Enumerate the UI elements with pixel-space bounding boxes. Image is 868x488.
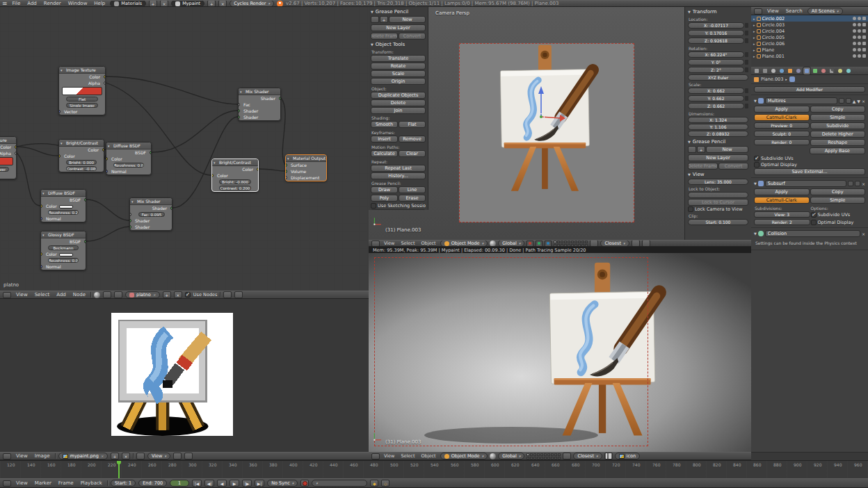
- clear-paths-button[interactable]: Clear: [399, 150, 426, 157]
- layers-grid[interactable]: [554, 241, 588, 247]
- rotation-mode-selector[interactable]: XYZ Euler: [688, 74, 748, 81]
- menu-view[interactable]: View: [14, 453, 30, 459]
- socket-bsdf-icon[interactable]: [84, 240, 86, 243]
- dim-y-field[interactable]: Y: 1.106: [688, 124, 748, 130]
- history-button[interactable]: History...: [371, 172, 426, 179]
- move-up-icon[interactable]: ▲: [853, 99, 856, 104]
- renderability-icon[interactable]: [862, 17, 866, 20]
- pencil-icon[interactable]: [371, 16, 379, 23]
- mode-selector[interactable]: Object Mode▾: [440, 240, 488, 247]
- socket-color-icon[interactable]: [104, 75, 105, 79]
- menu-view[interactable]: View: [14, 480, 30, 486]
- sync-mode-selector[interactable]: No Sync▾: [267, 480, 298, 487]
- apply-button[interactable]: Apply: [754, 188, 810, 195]
- calculate-paths-button[interactable]: Calculate: [371, 150, 398, 157]
- expand-icon[interactable]: ▸: [753, 17, 755, 21]
- play-button[interactable]: ▶: [230, 480, 239, 487]
- lock-to-object-field[interactable]: [688, 192, 748, 198]
- jump-to-start-button[interactable]: |◀: [192, 480, 202, 487]
- menu-select[interactable]: Select: [399, 241, 417, 246]
- optimal-display-checkbox[interactable]: [811, 220, 817, 225]
- insert-keyframe-button[interactable]: Insert: [371, 136, 398, 143]
- use-nodes-checkbox[interactable]: [185, 292, 191, 298]
- expand-icon[interactable]: ▸: [753, 35, 755, 40]
- menu-file[interactable]: File: [10, 1, 23, 6]
- viewport-shading-icon[interactable]: [490, 241, 496, 247]
- outliner-row[interactable]: ▸Circle.005: [751, 34, 868, 40]
- image-thumbnail[interactable]: [62, 87, 102, 95]
- sketching-session-checkbox[interactable]: [371, 203, 376, 209]
- renderability-icon[interactable]: [862, 54, 866, 58]
- contrast-field[interactable]: Contrast: 0.200: [219, 186, 251, 190]
- add-modifier-dropdown[interactable]: Add Modifier: [754, 86, 865, 92]
- node-glossy-bsdf[interactable]: Glossy BSDF BSDF Beckmann Color Roughnes…: [40, 231, 86, 270]
- snap-magnet-icon[interactable]: [590, 240, 598, 247]
- play-reverse-button[interactable]: ◀: [217, 480, 227, 487]
- menu-object[interactable]: Object: [419, 241, 438, 246]
- world-nodes-icon[interactable]: [103, 291, 111, 298]
- optimal-display-checkbox[interactable]: [754, 162, 760, 168]
- unlink-material-button[interactable]: ×: [174, 291, 182, 298]
- menu-node[interactable]: Node: [71, 292, 88, 298]
- outliner-row[interactable]: ▸Circle.003: [751, 22, 868, 28]
- location-y-field[interactable]: Y: 0.17016: [688, 30, 744, 36]
- pivot-selector[interactable]: Global▾: [498, 453, 524, 459]
- socket-shader-icon[interactable]: [239, 109, 240, 113]
- tab-object[interactable]: [787, 67, 794, 74]
- viewport-n-panel[interactable]: ▼Transform Location: X: -0.07117 Y: 0.17…: [684, 7, 751, 240]
- gp-new-button[interactable]: New: [706, 146, 748, 153]
- node-image-texture[interactable]: Image Texture Color Alpha Flat Single Im…: [58, 66, 106, 115]
- socket-color-icon[interactable]: [41, 252, 42, 256]
- render-engine-selector[interactable]: Cycles Render▾: [230, 0, 274, 7]
- renderability-icon[interactable]: [862, 35, 866, 39]
- visibility-icon[interactable]: [853, 29, 856, 33]
- shader-type-icon[interactable]: [94, 292, 100, 298]
- add-screen-button[interactable]: +: [149, 0, 157, 7]
- editor-type-icon[interactable]: [754, 8, 762, 15]
- snap-magnet-icon[interactable]: [563, 453, 571, 459]
- gp-poly-button[interactable]: Poly: [371, 195, 398, 202]
- lock-camera-checkbox[interactable]: [688, 206, 693, 212]
- view-toggle-icon[interactable]: [855, 181, 860, 186]
- menu-view[interactable]: View: [382, 241, 396, 246]
- location-z-field[interactable]: Z: 0.92618: [688, 38, 744, 44]
- selectability-icon[interactable]: [858, 35, 861, 39]
- delete-scene-button[interactable]: ×: [218, 0, 227, 7]
- roughness-field[interactable]: Roughness: 0.000: [48, 258, 79, 263]
- modifier-name-field[interactable]: Subsurf: [765, 180, 846, 187]
- distribution-field[interactable]: Beckmann: [48, 245, 79, 250]
- object-name[interactable]: Circle.004: [762, 29, 785, 34]
- socket-color-icon[interactable]: [257, 168, 258, 171]
- menu-object[interactable]: Object: [419, 453, 438, 459]
- manipulator-scale-icon[interactable]: [545, 241, 552, 247]
- delete-modifier-icon[interactable]: ×: [862, 99, 865, 104]
- editor-type-icon[interactable]: [371, 453, 380, 459]
- menu-view[interactable]: View: [765, 8, 781, 14]
- tab-render[interactable]: [753, 67, 760, 74]
- tab-world[interactable]: [778, 67, 785, 74]
- gp-new-layer-button[interactable]: New Layer: [688, 154, 748, 161]
- snap-icon[interactable]: [223, 291, 232, 298]
- render-image-datablock[interactable]: icon: [615, 453, 640, 459]
- renderability-icon[interactable]: [862, 48, 866, 51]
- viewport-3d[interactable]: Camera Persp (31) Plane.003 ▼Grease Penc…: [369, 7, 684, 240]
- menu-add[interactable]: Add: [25, 1, 39, 6]
- node-bright-contrast[interactable]: Bright/Contrast Color Color Bright: 0.00…: [58, 139, 104, 172]
- end-frame-field[interactable]: End: 700: [138, 480, 167, 487]
- socket-surface-icon[interactable]: [286, 163, 287, 167]
- menu-image[interactable]: Image: [33, 453, 52, 459]
- gp-convert-button[interactable]: Convert: [399, 33, 426, 40]
- rotation-z-field[interactable]: Z: 2°: [688, 67, 744, 73]
- collapse-icon[interactable]: ▼: [754, 231, 757, 236]
- socket-vector-icon[interactable]: [59, 110, 61, 113]
- delete-higher-button[interactable]: Delete Higher: [810, 131, 866, 138]
- source-field[interactable]: Single Image: [66, 103, 98, 108]
- modifier-name-field[interactable]: Multires: [765, 97, 837, 104]
- outliner-row[interactable]: ▸Circle.004: [751, 28, 868, 34]
- rotate-button[interactable]: Rotate: [371, 63, 426, 70]
- lock-icon[interactable]: [745, 67, 748, 72]
- interpolation-field[interactable]: Flat: [66, 97, 98, 101]
- start-frame-field[interactable]: Start: 1: [111, 480, 136, 487]
- translate-manipulator[interactable]: [534, 85, 566, 124]
- expand-icon[interactable]: ▸: [753, 48, 755, 52]
